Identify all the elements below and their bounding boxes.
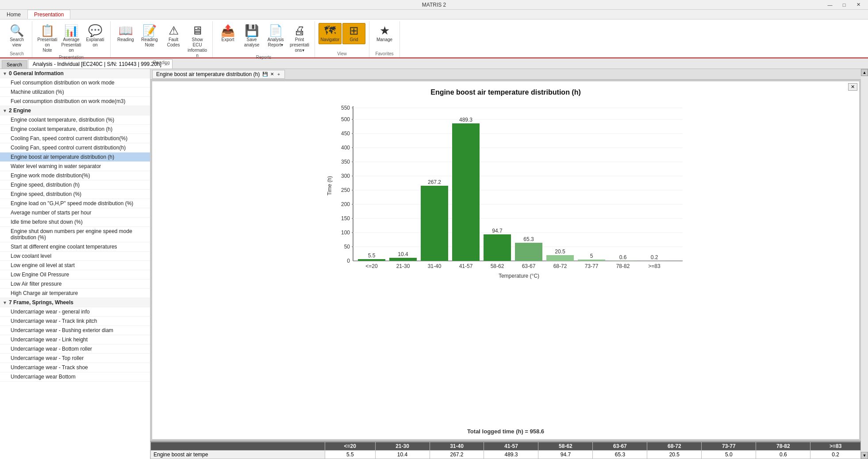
export-button[interactable]: 📤 Export <box>216 23 239 44</box>
print-label: Printpresentations▾ <box>289 37 310 53</box>
table-cell-68-72: 20.5 <box>647 451 702 459</box>
tree-item-fuel-consumption-m3[interactable]: Fuel consumption distribution on work mo… <box>0 97 150 106</box>
print-presentations-button[interactable]: 🖨 Printpresentations▾ <box>288 23 311 55</box>
search-view-label: Searchview <box>10 37 24 48</box>
analysis-report-button[interactable]: 📄 AnalysisReport▾ <box>264 23 287 50</box>
tree-section-general[interactable]: ▼ 0 General Information <box>0 69 150 78</box>
search-tab[interactable]: Search <box>2 60 27 69</box>
tree-item-track-link[interactable]: Undercarriage wear - Track link pitch <box>0 317 150 326</box>
chart-tab-expand-icon[interactable]: ＋ <box>277 71 281 77</box>
bar-label-63-67: 65.3 <box>523 236 534 242</box>
tree-item-engine-load-ghp-label: Engine load on "G,H,P" speed mode distri… <box>11 200 133 207</box>
bar-label-gte83: 0.2 <box>651 254 658 260</box>
print-icon: 🖨 <box>294 25 305 36</box>
tree-section-frame[interactable]: ▼ 7 Frame, Springs, Wheels <box>0 298 150 307</box>
search-view-button[interactable]: 🔍 Searchview <box>5 23 28 50</box>
ytick-550: 550 <box>341 105 350 111</box>
show-ecu-button[interactable]: 🖥 Show ECUinformation <box>186 23 209 60</box>
ytick-400: 400 <box>341 145 350 151</box>
grid-button[interactable]: ⊞ Grid <box>342 23 365 44</box>
tree-item-track-shoe[interactable]: Undercarriage wear - Track shoe <box>0 363 150 372</box>
bar-68-72 <box>546 255 574 261</box>
ribbon-group-presentation-items: 📋 PresentationNote 📊 AveragePresentation… <box>36 21 107 55</box>
title-bar: MATRIS 2 — □ ✕ <box>0 0 868 10</box>
tree-section-engine[interactable]: ▼ 2 Engine <box>0 106 150 115</box>
minimize-button[interactable]: — <box>824 1 836 9</box>
navigator-button[interactable]: 🗺 Navigator <box>319 23 342 44</box>
tree-item-cooling-fan-pct[interactable]: Cooling Fan, speed control current distr… <box>0 134 150 143</box>
tree-item-water-separator[interactable]: Water level warning in water separator <box>0 162 150 171</box>
tree-item-coolant-h[interactable]: Engine coolant temperature, distribution… <box>0 125 150 134</box>
scrollbar-up[interactable]: ▲ <box>861 69 868 76</box>
tree-item-engine-speed-h[interactable]: Engine speed, distribution (h) <box>0 180 150 190</box>
tree-item-start-diff-coolant[interactable]: Start at different engine coolant temper… <box>0 242 150 252</box>
ytick-450: 450 <box>341 130 350 137</box>
save-analyse-button[interactable]: 💾 Saveanalyse <box>240 23 263 50</box>
tree-item-undercarriage-bottom[interactable]: Undercarriage wear Bottom <box>0 372 150 382</box>
tree-item-top-roller[interactable]: Undercarriage wear - Top roller <box>0 354 150 363</box>
tree-item-low-oil-pressure[interactable]: Low Engine Oil Pressure <box>0 270 150 279</box>
scrollbar-down[interactable]: ▼ <box>861 452 868 459</box>
ytick-200: 200 <box>341 201 350 207</box>
explanation-button[interactable]: 💬 Explanation <box>84 23 107 50</box>
bar-lte20 <box>358 259 385 261</box>
tree-item-engine-work-mode-label: Engine work mode distribution(%) <box>11 172 90 179</box>
tree-item-fuel-consumption-work[interactable]: Fuel consumption distribution on work mo… <box>0 78 150 88</box>
ribbon-group-favorites-label: Favorites <box>373 51 396 57</box>
fault-codes-icon: ⚠ <box>169 25 179 36</box>
presentation-note-button[interactable]: 📋 PresentationNote <box>36 23 59 55</box>
fault-codes-button[interactable]: ⚠ FaultCodes <box>162 23 185 50</box>
average-presentation-button[interactable]: 📊 AveragePresentation <box>60 23 83 55</box>
close-button[interactable]: ✕ <box>852 1 864 9</box>
bar-xlabel-78-82: 78-82 <box>616 263 630 269</box>
bar-xlabel-lte20: <=20 <box>365 263 378 269</box>
tab-home[interactable]: Home <box>0 10 27 19</box>
tree-item-cooling-fan-h[interactable]: Cooling Fan, speed control current distr… <box>0 143 150 153</box>
tree-item-bushing[interactable]: Undercarriage wear - Bushing exterior di… <box>0 326 150 335</box>
manage-label: Manage <box>376 37 392 42</box>
tree-item-low-oil-level[interactable]: Low engine oil level at start <box>0 261 150 270</box>
bar-label-21-30: 10.4 <box>398 251 408 257</box>
tree-item-engine-work-mode[interactable]: Engine work mode distribution(%) <box>0 171 150 180</box>
chart-close-button[interactable]: ✕ <box>848 83 857 91</box>
bar-xlabel-gte83: >=83 <box>648 263 661 269</box>
tree-item-undercarriage-general[interactable]: Undercarriage wear - general info <box>0 307 150 317</box>
tree-item-coolant-pct[interactable]: Engine coolant temperature, distribution… <box>0 115 150 125</box>
bar-xlabel-73-77: 73-77 <box>585 263 599 269</box>
tree-item-fuel-consumption-work-label: Fuel consumption distribution on work mo… <box>11 80 115 86</box>
tree-item-low-air-filter[interactable]: Low Air filter pressure <box>0 279 150 289</box>
ribbon-group-search-label: Search <box>5 51 28 57</box>
maximize-button[interactable]: □ <box>838 1 850 9</box>
chart-tab-save-icon[interactable]: 💾 <box>262 72 268 76</box>
tree-item-low-coolant-level[interactable]: Low coolant level <box>0 252 150 261</box>
tree-item-bottom-roller[interactable]: Undercarriage wear - Bottom roller <box>0 344 150 354</box>
section-frame-label: 7 Frame, Springs, Wheels <box>9 299 73 306</box>
table-cell-63-67: 65.3 <box>593 451 647 459</box>
average-presentation-icon: 📊 <box>64 25 78 36</box>
tree-item-idle-time[interactable]: Idle time before shut down (%) <box>0 218 150 227</box>
tree-item-bottom-roller-label: Undercarriage wear - Bottom roller <box>11 346 92 352</box>
tree-item-shutdown-numbers[interactable]: Engine shut down numbers per engine spee… <box>0 227 150 242</box>
tree-item-link-height[interactable]: Undercarriage wear - Link height <box>0 335 150 344</box>
scrollbar-track[interactable] <box>861 76 868 452</box>
tree-item-engine-speed-pct[interactable]: Engine speed, distribution (%) <box>0 190 150 199</box>
chart-tab-close-icon[interactable]: ✕ <box>270 72 274 76</box>
manage-button[interactable]: ★ Manage <box>373 23 396 44</box>
bar-xlabel-21-30: 21-30 <box>396 263 410 269</box>
tree-item-high-charge-air[interactable]: High Charge air temperature <box>0 289 150 298</box>
tree-item-low-air-filter-label: Low Air filter pressure <box>11 281 61 287</box>
chart-area: ✕ Engine boost air temperature distribut… <box>152 81 859 439</box>
tree-item-boost-air-h[interactable]: Engine boost air temperature distributio… <box>0 153 150 162</box>
chart-tab-boost-air[interactable]: Engine boost air temperature distributio… <box>152 70 285 79</box>
tab-presentation[interactable]: Presentation <box>27 10 70 19</box>
tree-item-avg-starts[interactable]: Average number of starts per hour <box>0 208 150 218</box>
reading-button[interactable]: 📖 Reading <box>114 23 137 44</box>
tree-item-machine-utilization-label: Machine utilization (%) <box>11 89 64 95</box>
reading-note-button[interactable]: 📝 ReadingNote <box>138 23 161 50</box>
table-header-lte20: <=20 <box>325 442 375 451</box>
tree-item-engine-load-ghp[interactable]: Engine load on "G,H,P" speed mode distri… <box>0 199 150 208</box>
tree-item-track-link-label: Undercarriage wear - Track link pitch <box>11 318 97 324</box>
tree-item-machine-utilization[interactable]: Machine utilization (%) <box>0 88 150 97</box>
table-cell-73-77: 5.0 <box>702 451 756 459</box>
ytick-350: 350 <box>341 159 350 165</box>
